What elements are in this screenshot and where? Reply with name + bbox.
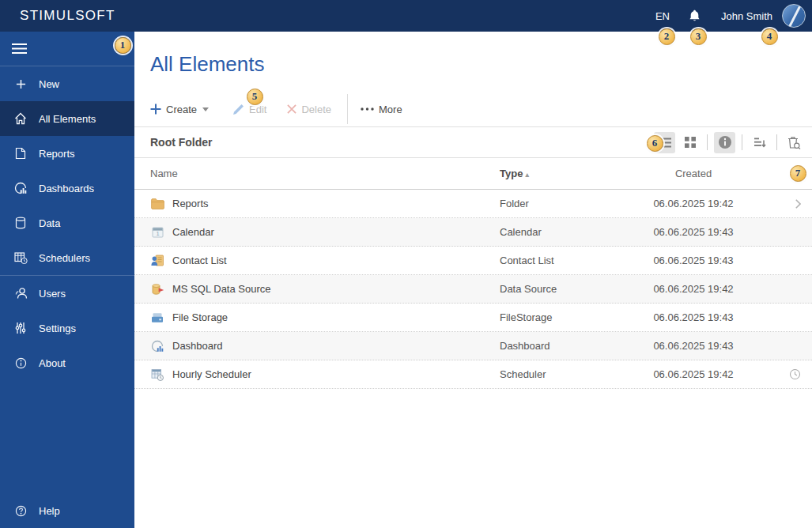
sidebar-item-new[interactable]: New [0,66,134,101]
cell-type: Folder [500,198,642,209]
cell-type: Calendar [500,226,642,238]
sidebar-item-label: Users [39,288,66,300]
sort-asc-icon: ▴ [525,171,529,179]
sidebar-item-label: Help [39,505,60,517]
recycle-bin-search-icon [787,136,801,149]
sidebar-item-help[interactable]: Help [0,493,134,528]
create-button-label: Create [166,104,197,115]
cell-type: FileStorage [500,311,642,323]
recycle-bin-search-button[interactable] [784,132,805,153]
column-header-type[interactable]: Type▴ [500,168,642,179]
cell-created: 06.06.2025 19:42 [642,198,745,209]
main-content: All Elements Create Edit Delete More Roo… [134,32,812,528]
about-icon [11,357,30,369]
hamburger-icon [12,43,27,55]
chevron-down-icon [202,107,209,111]
users-icon [11,287,30,300]
table-row-file-storage[interactable]: File StorageFileStorage06.06.2025 19:43 [134,304,812,332]
app-logo[interactable]: STIMULSOFT [20,8,115,24]
cell-name: 1Calendar [134,226,500,238]
cell-type: Data Source [500,283,642,295]
topbar: STIMULSOFT EN John Smith [0,0,812,32]
notifications-bell-icon[interactable] [689,9,701,22]
table-row-reports[interactable]: ReportsFolder06.06.2025 19:42 [134,190,812,218]
column-header-name[interactable]: Name [134,168,500,179]
table-row-contact-list[interactable]: Contact ListContact List06.06.2025 19:43 [134,247,812,275]
sidebar-item-label: About [39,357,66,369]
more-button[interactable]: More [361,104,402,115]
more-button-label: More [379,104,402,115]
sidebar-item-dashboards[interactable]: Dashboards [0,171,134,206]
sidebar-item-label: Schedulers [39,252,90,264]
delete-x-icon [287,104,296,114]
cell-name: MS SQL Data Source [134,283,500,296]
table-row-hourly-scheduler[interactable]: Hourly SchedulerScheduler06.06.2025 19:4… [134,360,812,389]
table-header: Name Type▴ Created [134,158,812,190]
table-body: ReportsFolder06.06.2025 19:421CalendarCa… [134,190,812,389]
data-source-icon [150,283,164,296]
sidebar-item-about[interactable]: About [0,345,134,380]
cell-type: Scheduler [500,368,642,380]
sidebar-item-data[interactable]: Data [0,206,134,240]
cell-created: 06.06.2025 19:43 [642,255,745,266]
sidebar-item-all-elements[interactable]: All Elements [0,101,134,136]
table-row-calendar[interactable]: 1CalendarCalendar06.06.2025 19:43 [134,218,812,247]
create-button[interactable]: Create [150,104,209,115]
pencil-icon [232,104,244,115]
avatar[interactable] [782,4,806,28]
element-name: MS SQL Data Source [172,283,271,295]
help-icon [11,505,30,517]
language-selector[interactable]: EN [655,10,670,22]
toolbar: Create Edit Delete More [134,92,812,126]
annotation-badge-3: 3 [690,28,707,45]
view-controls-divider [707,134,708,150]
table-row-ms-sql-data-source[interactable]: MS SQL Data SourceData Source06.06.2025 … [134,275,812,304]
view-controls-divider [742,134,742,150]
sidebar-item-reports[interactable]: Reports [0,136,134,171]
cell-type: Contact List [500,255,642,266]
cell-name: File Storage [134,311,500,323]
column-header-type-label: Type [500,168,523,179]
cell-name: Hourly Scheduler [134,368,500,381]
dashboard-icon [11,182,30,194]
grid-view-button[interactable] [679,132,701,153]
element-name: Calendar [172,226,214,238]
delete-button-label: Delete [301,104,331,115]
annotation-badge-2: 2 [659,28,675,45]
user-menu[interactable]: John Smith [721,10,772,22]
ellipsis-icon [361,107,374,111]
column-header-created[interactable]: Created [642,168,745,179]
cell-created: 06.06.2025 19:43 [642,340,745,352]
cell-created: 06.06.2025 19:42 [642,283,745,295]
annotation-badge-4: 4 [761,28,778,45]
annotation-badge-5: 5 [247,89,263,105]
delete-button[interactable]: Delete [287,104,331,115]
view-controls-divider [776,134,777,150]
table-row-dashboard[interactable]: DashboardDashboard06.06.2025 19:43 [134,332,812,360]
sidebar-help: Help [0,493,134,528]
edit-button[interactable]: Edit [232,104,266,115]
plus-icon [150,104,161,115]
page-title: All Elements [134,32,812,76]
home-icon [11,112,30,125]
sidebar-item-label: All Elements [39,113,96,125]
info-button[interactable] [714,132,735,153]
sidebar-item-users[interactable]: Users [0,276,134,311]
grid-view-icon [685,137,696,148]
sort-button[interactable] [749,132,770,153]
sidebar-item-schedulers[interactable]: Schedulers [0,240,134,275]
element-name: Dashboard [172,340,223,352]
chevron-right-icon[interactable] [795,199,801,209]
plus-icon [11,79,30,89]
folder-bar: Root Folder [134,126,812,158]
cell-type: Dashboard [500,340,642,352]
cell-created: 06.06.2025 19:43 [642,311,745,323]
cell-created: 06.06.2025 19:43 [642,226,745,238]
sidebar-toggle-button[interactable] [0,32,134,66]
sort-icon [753,137,766,148]
edit-button-label: Edit [249,104,266,115]
sidebar-item-settings[interactable]: Settings [0,311,134,345]
toolbar-divider [347,94,348,124]
sidebar-item-label: Dashboards [39,183,94,194]
cell-name: Dashboard [134,340,500,353]
